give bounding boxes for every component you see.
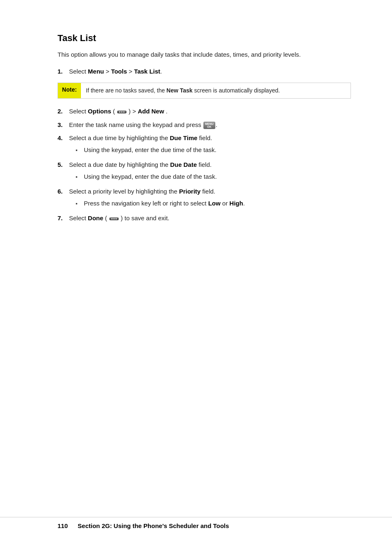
note-label: Note: [58, 83, 81, 98]
step-2-num: 2. [58, 107, 69, 116]
step-5-content: Select a due date by highlighting the Du… [69, 160, 351, 183]
step-5-sub-1: ▪ Using the keypad, enter the due date o… [76, 172, 351, 182]
step-7-bold-done: Done [88, 215, 104, 221]
step-6-high: High [229, 200, 243, 207]
step-1: 1. Select Menu > Tools > Task List. [58, 67, 351, 76]
steps-list: 1. Select Menu > Tools > Task List. [58, 67, 351, 76]
note-box: Note: If there are no tasks saved, the N… [58, 83, 351, 99]
step-4: 4. Select a due time by highlighting the… [58, 134, 351, 156]
step-7-content: Select Done ( ) to save and exit. [69, 214, 351, 223]
step-1-bold-menu: Menu [88, 68, 104, 75]
note-bold: New Task [166, 87, 193, 94]
step-4-content: Select a due time by highlighting the Du… [69, 134, 351, 156]
step-6-sub-1: ▪ Press the navigation key left or right… [76, 199, 351, 208]
step-7: 7. Select Done ( ) to save and exit. [58, 214, 351, 223]
page-title: Task List [58, 33, 351, 44]
step-2-content: Select Options ( ) > Add New . [69, 107, 351, 116]
step-6-low: Low [208, 200, 221, 207]
step-6: 6. Select a priority level by highlighti… [58, 187, 351, 210]
intro-paragraph: This option allows you to manage daily t… [58, 50, 351, 60]
page-footer: 110 Section 2G: Using the Phone's Schedu… [0, 517, 392, 529]
step-2-bold-addnew: Add New [138, 108, 164, 115]
bullet-icon-2: ▪ [76, 172, 82, 181]
step-4-sub-1-text: Using the keypad, enter the due time of … [84, 145, 351, 155]
step-7-num: 7. [58, 214, 69, 223]
footer-page-number: 110 [58, 522, 68, 529]
step-3-content: Enter the task name using the keypad and… [69, 120, 351, 130]
step-4-num: 4. [58, 134, 69, 143]
step-5-bold: Due Date [170, 161, 197, 168]
step-6-num: 6. [58, 187, 69, 196]
steps-list-2: 2. Select Options ( ) > Add New . 3. Ent… [58, 107, 351, 223]
step-3-num: 3. [58, 120, 69, 130]
step-6-sub-list: ▪ Press the navigation key left or right… [76, 199, 351, 208]
step-5-num: 5. [58, 160, 69, 170]
step-1-num: 1. [58, 67, 69, 76]
step-1-bold-tasklist: Task List [134, 68, 160, 75]
bullet-icon: ▪ [76, 145, 82, 155]
options-icon [117, 111, 127, 113]
step-2: 2. Select Options ( ) > Add New . [58, 107, 351, 116]
step-4-sub-list: ▪ Using the keypad, enter the due time o… [76, 145, 351, 155]
step-1-content: Select Menu > Tools > Task List. [69, 67, 351, 76]
footer-section-title: Section 2G: Using the Phone's Scheduler … [78, 522, 229, 529]
step-3: 3. Enter the task name using the keypad … [58, 120, 351, 130]
step-6-bold: Priority [179, 188, 201, 195]
step-4-bold: Due Time [170, 134, 197, 141]
step-4-sub-1: ▪ Using the keypad, enter the due time o… [76, 145, 351, 155]
step-5-sub-1-text: Using the keypad, enter the due date of … [84, 172, 351, 182]
step-5-sub-list: ▪ Using the keypad, enter the due date o… [76, 172, 351, 182]
step-5: 5. Select a due date by highlighting the… [58, 160, 351, 183]
note-content: If there are no tasks saved, the New Tas… [81, 83, 285, 98]
menu-ok-icon: MENU OK [203, 122, 215, 129]
step-1-bold-tools: Tools [111, 68, 127, 75]
done-icon [109, 217, 119, 220]
step-6-content: Select a priority level by highlighting … [69, 187, 351, 210]
page-container: Task List This option allows you to mana… [0, 0, 392, 252]
bullet-icon-3: ▪ [76, 199, 82, 208]
step-6-sub-1-text: Press the navigation key left or right t… [84, 199, 351, 208]
step-2-bold-options: Options [88, 108, 111, 115]
